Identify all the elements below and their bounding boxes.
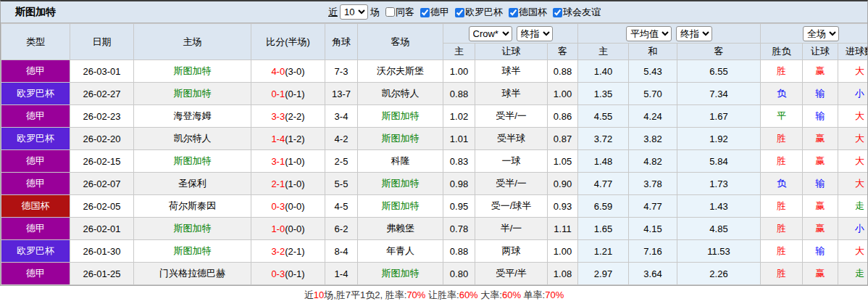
fulltime-score: 0-3	[271, 268, 285, 279]
cell-result-goals: 大	[838, 105, 868, 128]
cell-avg-home: 4.55	[578, 105, 629, 128]
cell-date: 26-02-27	[70, 83, 134, 105]
cell-result-handicap: 赢	[803, 218, 838, 240]
summary-text-segment: 单率:	[521, 289, 545, 300]
cell-league: 德甲	[1, 60, 70, 83]
cell-home-team: 荷尔斯泰因	[134, 195, 251, 218]
col-header-odds-handicap: 让球	[475, 44, 548, 60]
cell-odds-handicap: 半/一	[475, 218, 548, 240]
cell-result-outcome: 负	[761, 173, 803, 195]
cell-home-team: 海登海姆	[134, 105, 251, 128]
col-header-result-outcome: 胜负	[761, 44, 803, 60]
match-row: 德甲26-02-23海登海姆3-3(2-2)3-4斯图加特1.02受半/一0.8…	[1, 105, 868, 128]
halftime-score: (0-1)	[285, 89, 304, 99]
cell-score: 2-1(1-0)	[251, 173, 325, 195]
cell-score: 3-2(2-1)	[251, 240, 325, 263]
cell-avg-home: 1.35	[578, 83, 629, 105]
fulltime-score: 0-3	[271, 201, 285, 212]
cell-avg-draw: 4.82	[629, 150, 677, 173]
summary-text-segment: 大率:	[478, 289, 502, 300]
league-filter-checkbox[interactable]	[553, 8, 562, 17]
league-filter-checkbox[interactable]	[455, 8, 464, 17]
fulltime-score: 3-1	[271, 156, 285, 167]
cell-avg-away: 2.26	[677, 263, 761, 285]
cell-score: 4-0(3-0)	[251, 60, 325, 83]
cell-result-outcome: 平	[761, 105, 803, 128]
cell-result-outcome: 胜	[761, 218, 803, 240]
cell-odds-handicap: 受半/一	[475, 105, 548, 128]
league-filter-checkbox[interactable]	[420, 8, 430, 17]
cell-corners: 6-2	[325, 218, 358, 240]
bookmaker-select[interactable]: Crow*	[469, 26, 512, 41]
league-filter-label: 球会友谊	[563, 7, 601, 17]
recent-label: 近	[328, 6, 338, 19]
cell-result-goals: 大	[838, 128, 868, 150]
summary-text-segment: 让胜率:	[425, 289, 459, 300]
cell-away-team: 斯图加特	[358, 105, 443, 128]
summary-text-segment: 70%	[406, 289, 425, 300]
summary-text-segment: 60%	[459, 289, 478, 300]
cell-result-handicap: 输	[803, 83, 838, 105]
cell-avg-draw: 3.78	[629, 173, 677, 195]
halftime-score: (2-1)	[285, 246, 304, 257]
cell-result-goals: 走	[838, 263, 868, 285]
cell-league: 欧罗巴杯	[1, 128, 70, 150]
same-away-checkbox[interactable]	[385, 7, 395, 17]
cell-avg-home: 2.97	[578, 263, 629, 285]
cell-odds-handicap: 受半/一	[475, 173, 548, 195]
table-clip-area: 类型 日期 主场 比分(半场) 角球 客场 Crow*终指 平均值终指	[1, 23, 867, 285]
cell-avg-home: 1.48	[578, 150, 629, 173]
cell-home-team: 圣保利	[134, 173, 251, 195]
cell-league: 欧罗巴杯	[1, 240, 70, 263]
cell-odds-away: 1.11	[548, 218, 578, 240]
cell-corners: 4-5	[325, 195, 358, 218]
recent-count-select[interactable]: 10	[340, 4, 368, 20]
halftime-score: (1-0)	[285, 178, 304, 189]
cell-avg-away: 1.92	[677, 128, 761, 150]
cell-away-team: 斯图加特	[358, 195, 443, 218]
cell-home-team: 斯图加特	[134, 240, 251, 263]
cell-date: 26-02-23	[70, 105, 134, 128]
cell-avg-draw: 3.64	[629, 263, 677, 285]
cell-avg-home: 1.65	[578, 218, 629, 240]
col-header-corners: 角球	[325, 24, 358, 60]
matches-label: 场	[370, 6, 380, 19]
cell-score: 0-3(0-1)	[251, 263, 325, 285]
cell-result-handicap: 输	[803, 173, 838, 195]
halftime-score: (1-0)	[285, 156, 304, 167]
cell-date: 26-01-25	[70, 263, 134, 285]
cell-result-handicap: 输	[803, 240, 838, 263]
col-header-score: 比分(半场)	[251, 24, 325, 60]
cell-result-outcome: 负	[761, 83, 803, 105]
cell-odds-handicap: 球半	[475, 60, 548, 83]
summary-text-segment: 近	[304, 289, 314, 300]
match-scope-select[interactable]: 全场	[803, 26, 839, 41]
cell-score: 3-3(2-2)	[251, 105, 325, 128]
cell-avg-draw: 4.15	[629, 218, 677, 240]
cell-home-team: 斯图加特	[134, 218, 251, 240]
cell-league: 德甲	[1, 105, 70, 128]
match-row: 德国杯26-02-05荷尔斯泰因0-3(0-0)4-5斯图加特0.95受一/球半…	[1, 195, 868, 218]
cell-corners: 3-4	[325, 105, 358, 128]
league-filter-label: 德国杯	[519, 7, 547, 17]
cell-corners: 1-4	[325, 263, 358, 285]
cell-avg-away: 1.67	[677, 105, 761, 128]
league-filter-checkbox[interactable]	[509, 8, 518, 17]
odds-stage-select-2[interactable]: 终指	[676, 26, 712, 41]
cell-odds-home: 0.88	[443, 240, 475, 263]
col-header-home: 主场	[134, 24, 251, 60]
match-row: 德甲26-02-15斯图加特3-1(1-0)2-5科隆0.83一球1.051.4…	[1, 150, 868, 173]
cell-avg-away: 4.85	[677, 218, 761, 240]
cell-league: 德甲	[1, 173, 70, 195]
cell-odds-handicap: 受平/半	[475, 263, 548, 285]
cell-odds-home: 1.00	[443, 60, 475, 83]
odds-stage-select-1[interactable]: 终指	[517, 26, 553, 41]
cell-odds-home: 1.02	[443, 105, 475, 128]
match-row: 德甲26-02-07圣保利2-1(1-0)5-5斯图加特0.98受半/一0.90…	[1, 173, 868, 195]
col-header-avg-home: 主	[578, 44, 629, 60]
cell-avg-draw: 5.70	[629, 83, 677, 105]
cell-odds-away: 1.00	[548, 240, 578, 263]
filter-controls: 近 10 场 同客 德甲欧罗巴杯德国杯球会友谊	[328, 1, 601, 22]
cell-result-goals: 大	[838, 150, 868, 173]
avg-source-select[interactable]: 平均值	[626, 26, 672, 41]
